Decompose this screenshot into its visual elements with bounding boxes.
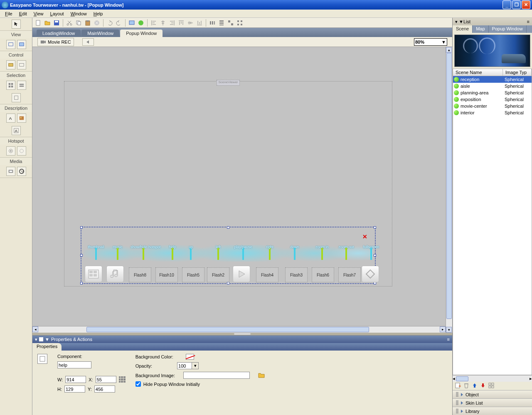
align-bottom-icon[interactable]	[195, 19, 204, 27]
opacity-input[interactable]	[177, 362, 192, 369]
selection-tool-3[interactable]	[12, 93, 21, 102]
opacity-dropdown[interactable]: ▾	[192, 362, 199, 369]
flash-cell-flash5[interactable]: Flash5	[182, 267, 204, 282]
delete-icon[interactable]	[93, 19, 101, 27]
play-cell[interactable]	[233, 266, 250, 282]
h-scrollbar[interactable]: ◂ ▸	[32, 326, 446, 333]
popup-selection[interactable]: ✕ thumbnailmusicshow/hide hotspothelpupl…	[81, 227, 376, 284]
h-input[interactable]	[64, 385, 85, 393]
scene-row-movie-center[interactable]: movie-centerSpherical	[453, 103, 532, 109]
publish-icon[interactable]	[137, 19, 145, 27]
flash-cell-flash2[interactable]: Flash2	[207, 267, 229, 282]
media-tool-2[interactable]	[17, 167, 26, 176]
accordion-library[interactable]: Library	[453, 407, 532, 415]
v-scrollbar[interactable]: ▴ ▾	[446, 47, 452, 333]
component-input[interactable]	[57, 361, 91, 368]
flash-cell-flash6[interactable]: Flash6	[312, 267, 334, 282]
properties-header[interactable]: ▾▼ Properties & Actions ≡	[32, 336, 452, 343]
up-arrow-icon[interactable]	[472, 383, 478, 389]
view-tool-2[interactable]	[17, 40, 26, 49]
paste-icon[interactable]	[84, 19, 92, 27]
tab-popup[interactable]: Popup Window	[489, 25, 527, 33]
zoom-select[interactable]: 80%▼	[414, 38, 447, 46]
redo-icon[interactable]	[115, 19, 123, 27]
bgimage-input[interactable]	[183, 372, 250, 379]
scene-list[interactable]: receptionSphericalaisleSphericalplanning…	[453, 76, 532, 375]
music-cell[interactable]	[106, 266, 124, 282]
w-input[interactable]	[65, 376, 86, 383]
align-left-icon[interactable]	[150, 19, 158, 27]
menu-help[interactable]: Help	[90, 10, 106, 17]
bgimage-browse-icon[interactable]	[258, 372, 265, 379]
arrow-tool[interactable]	[12, 20, 21, 29]
tab-mainwindow[interactable]: MainWindow	[81, 30, 119, 37]
menu-file[interactable]: File	[2, 10, 16, 17]
distribute-1-icon[interactable]	[208, 19, 217, 27]
flash-cell-flash10[interactable]: Flash10	[155, 267, 178, 282]
align-center-h-icon[interactable]	[159, 19, 167, 27]
hide-checkbox[interactable]	[135, 381, 141, 387]
anchor-grid[interactable]	[119, 376, 126, 383]
control-tool-2[interactable]	[17, 60, 26, 69]
accordion-object[interactable]: Object	[453, 390, 532, 398]
save-icon[interactable]	[52, 19, 61, 27]
align-middle-icon[interactable]	[186, 19, 195, 27]
add-icon[interactable]: +	[455, 383, 461, 389]
scene-row-exposition[interactable]: expositionSpherical	[453, 96, 532, 103]
text-tool[interactable]: A	[6, 114, 15, 123]
flash-cell-flash4[interactable]: Flash4	[256, 267, 278, 282]
media-tool-1[interactable]	[6, 167, 15, 176]
menu-view[interactable]: View	[30, 10, 47, 17]
distribute-3-icon[interactable]	[227, 19, 235, 27]
preview-icon[interactable]	[128, 19, 136, 27]
close-button[interactable]: ✕	[522, 0, 530, 9]
hotspot-tool-1[interactable]	[6, 146, 15, 156]
hotspot-tool-2[interactable]	[17, 146, 26, 156]
image-tool[interactable]	[17, 114, 26, 123]
align-top-icon[interactable]	[177, 19, 185, 27]
menu-layout[interactable]: Layout	[47, 10, 67, 17]
tab-map[interactable]: Map	[473, 25, 488, 33]
selection-tool-1[interactable]	[6, 81, 15, 90]
selection-tool-2[interactable]	[17, 81, 26, 90]
y-input[interactable]	[94, 385, 115, 393]
down-arrow-icon[interactable]	[480, 383, 486, 389]
minimize-button[interactable]: _	[502, 0, 511, 9]
scene-row-planning-area[interactable]: planning-areaSpherical	[453, 89, 532, 96]
col-scene-name[interactable]: Scene Name	[453, 69, 503, 76]
bgcolor-swatch[interactable]	[186, 354, 194, 360]
flash-cell-flash8[interactable]: Flash8	[129, 267, 151, 282]
view-tool-1[interactable]	[6, 40, 15, 49]
distribute-2-icon[interactable]	[217, 19, 226, 27]
textarea-tool[interactable]: A	[12, 126, 21, 135]
menu-edit[interactable]: Edit	[16, 10, 30, 17]
scene-row-interior[interactable]: interiorSpherical	[453, 109, 532, 116]
tab-scene[interactable]: Scene	[453, 25, 473, 33]
properties-tab[interactable]: Properties	[32, 343, 62, 351]
scene-row-reception[interactable]: receptionSpherical	[453, 76, 532, 83]
flash-cell-flash7[interactable]: Flash7	[338, 267, 361, 282]
undo-icon[interactable]	[106, 19, 114, 27]
back-button[interactable]	[82, 38, 94, 46]
splitter[interactable]	[32, 333, 452, 335]
right-hscroll[interactable]: ◂ ▸	[453, 375, 532, 382]
distribute-4-icon[interactable]	[236, 19, 244, 27]
list-panel-header[interactable]: ▾ ▼ List ≡	[453, 18, 532, 25]
canvas[interactable]: SceneViewer ✕ thumbnailmusicshow/hide ho…	[32, 47, 452, 333]
flash-cell-flash3[interactable]: Flash3	[285, 267, 308, 282]
open-icon[interactable]	[43, 19, 52, 27]
cut-icon[interactable]	[65, 19, 74, 27]
tab-loadingwindow[interactable]: LoadingWindow	[37, 30, 81, 37]
x-input[interactable]	[96, 376, 116, 383]
control-tool-1[interactable]	[6, 60, 15, 69]
align-right-icon[interactable]	[168, 19, 176, 27]
col-image-type[interactable]: Image Typ	[503, 69, 532, 76]
new-icon[interactable]	[34, 19, 42, 27]
tab-popupwindow[interactable]: Popup Window	[120, 30, 163, 37]
menu-window[interactable]: Window	[67, 10, 90, 17]
trash-icon[interactable]	[463, 383, 469, 389]
arrange-icon[interactable]	[488, 383, 494, 389]
scene-row-aisle[interactable]: aisleSpherical	[453, 83, 532, 89]
movie-rec-button[interactable]: Movie REC	[37, 38, 74, 46]
accordion-skin-list[interactable]: Skin List	[453, 398, 532, 407]
